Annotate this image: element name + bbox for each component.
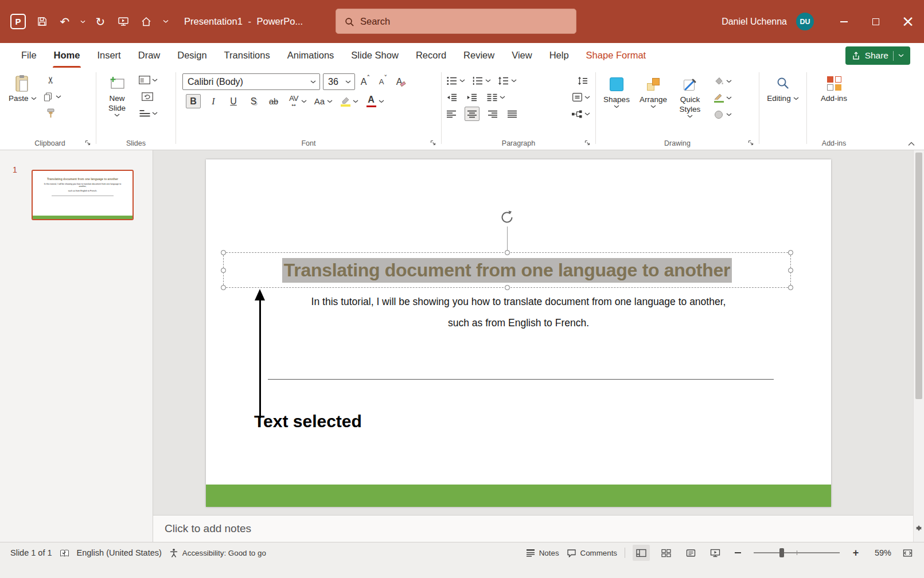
line-spacing-button[interactable] xyxy=(496,73,511,88)
scrollbar-thumb[interactable] xyxy=(915,153,922,399)
horizontal-line-shape[interactable] xyxy=(268,379,774,380)
resize-handle-top-right[interactable] xyxy=(788,250,793,255)
slide-layout-button[interactable] xyxy=(137,73,152,87)
search-input[interactable] xyxy=(360,16,555,27)
comments-toggle-button[interactable]: Comments xyxy=(567,549,617,557)
paragraph-dialog-launcher[interactable] xyxy=(584,139,591,147)
font-color-button[interactable]: A xyxy=(364,94,379,108)
tab-review[interactable]: Review xyxy=(455,43,503,68)
user-name[interactable]: Daniel Uchenna xyxy=(722,17,787,27)
tab-record[interactable]: Record xyxy=(407,43,455,68)
format-painter-button[interactable] xyxy=(41,106,61,120)
justify-button[interactable] xyxy=(505,107,520,121)
font-color-chevron-icon[interactable] xyxy=(379,100,384,103)
align-center-button[interactable] xyxy=(465,107,479,121)
zoom-slider[interactable] xyxy=(754,552,840,553)
tab-transitions[interactable]: Transitions xyxy=(216,43,279,68)
title-textbox[interactable]: Translating document from one language t… xyxy=(223,252,791,288)
tab-design[interactable]: Design xyxy=(169,43,215,68)
bold-button[interactable]: B xyxy=(186,94,201,108)
home-quick-button[interactable] xyxy=(137,11,155,32)
notes-toggle-button[interactable]: Notes xyxy=(526,549,559,557)
fit-slide-to-window-button[interactable] xyxy=(899,545,916,561)
text-direction-button[interactable] xyxy=(575,73,590,88)
start-slideshow-button[interactable] xyxy=(114,11,132,32)
minimize-button[interactable] xyxy=(828,0,860,43)
search-box[interactable] xyxy=(336,9,576,34)
close-button[interactable]: × xyxy=(892,0,924,43)
save-button[interactable] xyxy=(33,11,51,32)
convert-to-smartart-button[interactable] xyxy=(570,107,584,121)
slide-title-text[interactable]: Translating document from one language t… xyxy=(282,258,732,283)
zoom-percentage[interactable]: 59% xyxy=(870,548,891,557)
shape-effects-button[interactable] xyxy=(711,107,726,122)
view-slide-sorter-button[interactable] xyxy=(657,545,675,561)
vertical-scrollbar[interactable] xyxy=(913,150,924,542)
notes-pane[interactable]: Click to add notes xyxy=(153,515,913,542)
redo-button[interactable]: ↻ xyxy=(91,11,110,32)
arrow-shape-head[interactable] xyxy=(255,289,265,300)
resize-handle-top-left[interactable] xyxy=(221,250,226,255)
decrease-font-size-button[interactable]: Aˇ xyxy=(376,75,391,89)
collapse-ribbon-button[interactable] xyxy=(908,142,915,146)
align-text-chevron-icon[interactable] xyxy=(584,96,590,99)
clear-formatting-button[interactable]: A xyxy=(393,75,408,89)
numbering-chevron-icon[interactable] xyxy=(485,79,491,83)
zoom-in-button[interactable]: + xyxy=(849,545,862,561)
undo-button[interactable]: ↶ xyxy=(56,11,74,32)
view-slideshow-button[interactable] xyxy=(707,545,724,561)
text-shadow-button[interactable]: S xyxy=(246,94,261,108)
new-slide-chevron-icon[interactable] xyxy=(114,114,120,117)
new-slide-button[interactable]: New Slide xyxy=(99,72,135,136)
reset-slide-button[interactable] xyxy=(137,89,158,104)
character-spacing-button[interactable]: AV↔ xyxy=(286,94,301,108)
body-textbox[interactable]: In this tutorial, I will be showing you … xyxy=(206,291,831,334)
highlight-chevron-icon[interactable] xyxy=(353,100,358,103)
tab-home[interactable]: Home xyxy=(45,43,89,68)
paste-chevron-icon[interactable] xyxy=(31,97,37,100)
change-case-button[interactable]: Aa xyxy=(312,94,327,108)
share-chevron-icon[interactable] xyxy=(898,54,904,57)
align-right-button[interactable] xyxy=(485,107,500,121)
callout-textbox[interactable]: Text selected xyxy=(254,412,362,431)
section-button[interactable] xyxy=(137,106,152,120)
text-highlight-color-button[interactable] xyxy=(338,94,353,108)
columns-chevron-icon[interactable] xyxy=(500,96,505,99)
tab-view[interactable]: View xyxy=(503,43,540,68)
tab-animations[interactable]: Animations xyxy=(279,43,343,68)
italic-button[interactable]: I xyxy=(206,94,221,108)
underline-button[interactable]: U xyxy=(226,94,241,108)
rotation-handle[interactable] xyxy=(499,209,515,225)
slide[interactable]: Translating document from one language t… xyxy=(206,159,831,507)
tab-shape-format[interactable]: Shape Format xyxy=(578,43,655,68)
slide-thumbnail[interactable]: Translating document from one language t… xyxy=(32,170,134,220)
previous-slide-button[interactable] xyxy=(916,517,922,525)
bullets-chevron-icon[interactable] xyxy=(459,79,465,83)
copy-chevron-icon[interactable] xyxy=(56,95,61,99)
tab-draw[interactable]: Draw xyxy=(130,43,169,68)
section-chevron-icon[interactable] xyxy=(152,112,158,115)
editing-button[interactable]: Editing xyxy=(765,72,800,136)
resize-handle-mid-right[interactable] xyxy=(788,268,793,273)
character-spacing-chevron-icon[interactable] xyxy=(301,100,307,103)
spell-check-button[interactable] xyxy=(60,549,69,557)
shape-outline-chevron-icon[interactable] xyxy=(726,96,732,100)
view-reading-button[interactable] xyxy=(682,545,699,561)
columns-button[interactable] xyxy=(485,90,500,104)
tab-insert[interactable]: Insert xyxy=(88,43,129,68)
paste-button[interactable]: Paste xyxy=(7,72,38,136)
strikethrough-button[interactable]: ab xyxy=(266,94,281,108)
slide-canvas[interactable]: Translating document from one language t… xyxy=(153,150,924,515)
line-spacing-chevron-icon[interactable] xyxy=(511,79,517,83)
slide-indicator[interactable]: Slide 1 of 1 xyxy=(10,548,52,557)
view-normal-button[interactable] xyxy=(633,545,650,561)
arrange-button[interactable]: Arrange xyxy=(636,73,671,136)
shape-outline-button[interactable] xyxy=(711,91,726,105)
resize-handle-top-center[interactable] xyxy=(505,250,510,255)
next-slide-button[interactable] xyxy=(916,531,922,540)
arrange-chevron-icon[interactable] xyxy=(650,105,656,108)
drawing-dialog-launcher[interactable] xyxy=(747,139,755,147)
copy-button[interactable] xyxy=(41,89,56,104)
maximize-button[interactable] xyxy=(860,0,892,43)
align-left-button[interactable] xyxy=(445,107,459,121)
